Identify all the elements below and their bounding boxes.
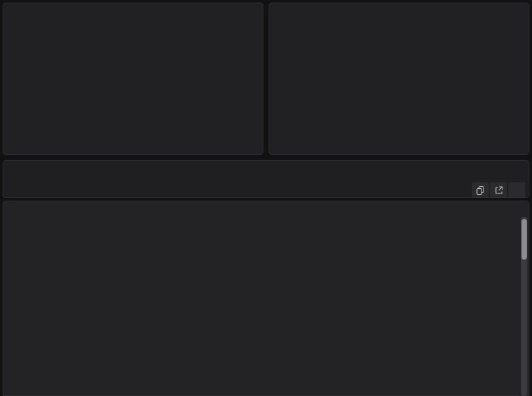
margin-line-chart bbox=[3, 3, 263, 155]
ttm-chart-card bbox=[269, 3, 529, 155]
margin-chart-card bbox=[3, 3, 263, 155]
revenue-table-card bbox=[3, 201, 529, 396]
nav-buttons bbox=[3, 161, 529, 178]
nav-bar bbox=[3, 160, 529, 198]
scrollbar-thumb[interactable] bbox=[522, 219, 527, 260]
margin-chart-title bbox=[3, 3, 263, 9]
popout-icon[interactable] bbox=[490, 182, 507, 197]
copy-icon[interactable] bbox=[472, 182, 489, 197]
vertical-scrollbar[interactable] bbox=[521, 217, 527, 395]
ttm-chart-title bbox=[269, 3, 529, 9]
ttm-chart-legend bbox=[269, 9, 529, 12]
more-options-icon[interactable] bbox=[508, 182, 525, 197]
ttm-combo-chart bbox=[269, 3, 529, 155]
dashboard bbox=[0, 0, 532, 396]
visual-header-icons bbox=[472, 182, 525, 197]
margin-chart-legend bbox=[3, 9, 263, 12]
table-header-row bbox=[3, 207, 529, 218]
table-title bbox=[3, 201, 529, 207]
